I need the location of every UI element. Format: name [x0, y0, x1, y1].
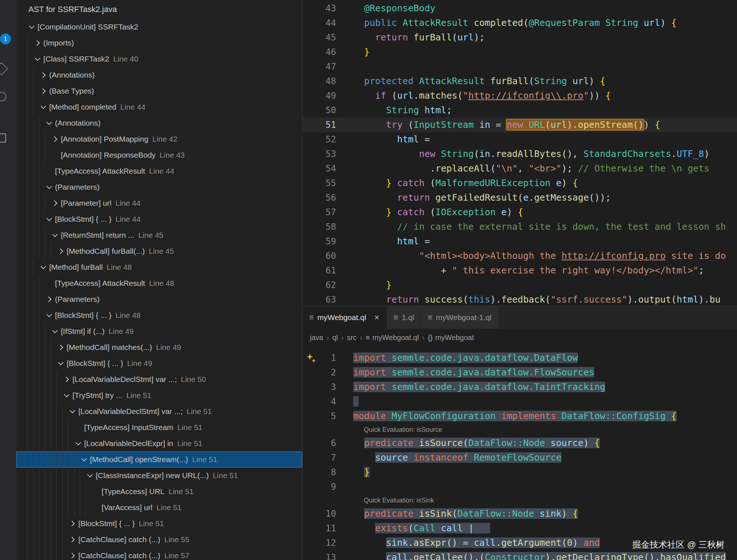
tree-item[interactable]: [BlockStmt] { ... }Line 48 [16, 307, 302, 323]
chevron-down-icon[interactable] [27, 19, 38, 35]
panel-icon[interactable] [0, 133, 6, 143]
tree-item[interactable]: [LocalVariableDeclStmt] var ...;Line 51 [16, 403, 302, 419]
code-line[interactable]: 4 [303, 394, 737, 409]
code-line[interactable]: 54 .replaceAll("\n", "<br>"); // Otherwi… [303, 161, 737, 176]
tree-item[interactable]: [ClassInstanceExpr] new URL(...)Line 51 [16, 468, 302, 484]
code-line[interactable]: 55 } catch (MalformedURLException e) { [303, 176, 737, 190]
tree-item[interactable]: (Base Types) [16, 83, 302, 99]
chevron-down-icon[interactable] [80, 451, 90, 468]
tree-item[interactable]: [Class] SSRFTask2Line 40 [16, 51, 302, 67]
tree-item[interactable]: [BlockStmt] { ... }Line 51 [16, 516, 302, 532]
tree-item[interactable]: (Parameters) [16, 291, 302, 307]
tree-item[interactable]: [CatchClause] catch (...)Line 57 [16, 548, 302, 560]
chevron-down-icon[interactable] [62, 387, 72, 403]
code-line[interactable]: 56 return getFailedResult(e.getMessage()… [303, 190, 737, 205]
chevron-right-icon[interactable] [68, 548, 78, 560]
chevron-down-icon[interactable] [56, 355, 67, 371]
tree-item[interactable]: [MethodCall] furBall(...)Line 45 [16, 243, 302, 259]
tree-item[interactable]: [CatchClause] catch (...)Line 55 [16, 532, 302, 548]
code-line[interactable]: 57 } catch (IOException e) { [303, 205, 737, 220]
breadcrumb-item-mywebgoat[interactable]: {}myWebgoat [428, 334, 474, 342]
chevron-down-icon[interactable] [45, 307, 55, 323]
tree-item[interactable]: (Parameters) [16, 179, 302, 195]
chevron-right-icon[interactable] [62, 371, 72, 387]
code-line[interactable]: 61 + " this exercise the right way!</bod… [303, 263, 737, 278]
code-line[interactable]: 8 } [303, 465, 737, 480]
codelens-quick-evaluation[interactable]: Quick Evaluation: isSink [364, 497, 434, 504]
code-line[interactable]: 51 try (InputStream in = new URL(url).op… [303, 118, 737, 132]
chevron-down-icon[interactable] [51, 227, 61, 243]
tab-mywebgoat-1-ql[interactable]: ≡myWebgoat-1.ql [421, 306, 498, 329]
chevron-right-icon[interactable] [56, 243, 67, 259]
tree-item[interactable]: [Method] furBallLine 48 [16, 259, 302, 275]
code-line[interactable]: 13 call.getCallee().(Constructor).getDec… [303, 550, 737, 560]
breadcrumb-item-ql[interactable]: ql [332, 334, 338, 342]
code-line[interactable]: 7 source instanceof RemoteFlowSource [303, 450, 737, 465]
code-line[interactable]: 48 protected AttackResult furBall(String… [303, 74, 737, 88]
code-line[interactable]: 9 [303, 480, 737, 494]
code-line[interactable]: 1import semmle.code.java.dataflow.DataFl… [303, 351, 737, 365]
tree-item[interactable]: [LocalVariableDeclStmt] var ...;Line 50 [16, 371, 302, 387]
code-line[interactable]: 45 return furBall(url); [303, 30, 737, 45]
code-line[interactable]: 52 html = [303, 132, 737, 147]
code-line[interactable]: 6 predicate isSource(DataFlow::Node sour… [303, 436, 737, 450]
tree-item[interactable]: [MethodCall] matches(...)Line 49 [16, 339, 302, 355]
code-line[interactable]: 3import semmle.code.java.dataflow.TaintT… [303, 380, 737, 394]
code-line[interactable]: 59 html = [303, 234, 737, 249]
breadcrumb-item-src[interactable]: src [347, 334, 357, 342]
tab-mywebgoat-ql[interactable]: ≡myWebgoat.ql× [303, 306, 387, 329]
code-line[interactable]: 11 exists(Call call | [303, 521, 737, 536]
tree-item[interactable]: (Annotations) [16, 67, 302, 83]
code-line[interactable]: 47 [303, 59, 737, 74]
chevron-right-icon[interactable] [39, 83, 49, 99]
tree-item[interactable]: [Parameter] urlLine 44 [16, 195, 302, 211]
tree-item[interactable]: [LocalVariableDeclExpr] inLine 51 [16, 435, 302, 451]
chevron-down-icon[interactable] [45, 179, 55, 195]
tree-item[interactable]: [ReturnStmt] return ...Line 45 [16, 227, 302, 243]
chevron-down-icon[interactable] [39, 259, 49, 275]
ql-editor[interactable]: 1import semmle.code.java.dataflow.DataFl… [303, 346, 737, 560]
tool-icon[interactable] [0, 62, 8, 76]
chevron-right-icon[interactable] [39, 67, 49, 83]
tree-item[interactable]: [VarAccess] urlLine 51 [16, 500, 302, 516]
chevron-right-icon[interactable] [68, 516, 78, 532]
code-line[interactable]: 53 new String(in.readAllBytes(), Standar… [303, 147, 737, 161]
code-line[interactable]: 60 "<html><body>Although the http://ifco… [303, 249, 737, 263]
code-line[interactable]: 2import semmle.code.java.dataflow.FlowSo… [303, 365, 737, 380]
code-line[interactable]: 62 } [303, 278, 737, 292]
tree-item[interactable]: [Method] completedLine 44 [16, 99, 302, 115]
chevron-right-icon[interactable] [68, 532, 78, 548]
close-icon[interactable]: × [374, 312, 380, 323]
tree-item[interactable]: [Annotation] PostMappingLine 42 [16, 131, 302, 147]
tree-item[interactable]: [TypeAccess] AttackResultLine 48 [16, 275, 302, 291]
code-line[interactable]: 43 @ResponseBody [303, 1, 737, 16]
code-line[interactable]: 5module MyFlowConfiguration implements D… [303, 409, 737, 423]
chevron-down-icon[interactable] [39, 99, 49, 115]
beaker-icon[interactable] [0, 92, 6, 101]
chevron-right-icon[interactable] [45, 291, 55, 307]
chevron-right-icon[interactable] [51, 195, 61, 211]
chevron-down-icon[interactable] [68, 403, 78, 419]
chevron-down-icon[interactable] [33, 51, 43, 67]
code-line[interactable]: 58 // in case the external site is down,… [303, 220, 737, 234]
chevron-down-icon[interactable] [86, 468, 96, 484]
java-editor[interactable]: 43 @ResponseBody44 public AttackResult c… [303, 0, 737, 306]
tree-item[interactable]: [IfStmt] if (...)Line 49 [16, 323, 302, 339]
tree-item[interactable]: [CompilationUnit] SSRFTask2 [16, 19, 302, 35]
tree-item[interactable]: [Annotation] ResponseBodyLine 43 [16, 147, 302, 163]
tree-item[interactable]: [BlockStmt] { ... }Line 44 [16, 211, 302, 227]
code-line[interactable]: 63 return success(this).feedback("ssrf.s… [303, 292, 737, 306]
codelens-quick-evaluation[interactable]: Quick Evaluation: isSource [364, 426, 442, 433]
tree-item[interactable]: [TypeAccess] InputStreamLine 51 [16, 419, 302, 435]
chevron-right-icon[interactable] [33, 35, 43, 51]
tree-item[interactable]: [TypeAccess] AttackResultLine 44 [16, 163, 302, 179]
code-line[interactable]: 44 public AttackResult completed(@Reques… [303, 16, 737, 30]
chevron-down-icon[interactable] [45, 211, 55, 227]
chevron-right-icon[interactable] [51, 131, 61, 147]
chevron-down-icon[interactable] [51, 323, 61, 339]
tree-item[interactable]: [TypeAccess] URLLine 51 [16, 484, 302, 500]
tree-item[interactable]: (Annotations) [16, 115, 302, 131]
code-line[interactable]: 49 if (url.matches("http://ifconfig\\.pr… [303, 88, 737, 103]
tab-1-ql[interactable]: ≡1.ql [387, 306, 421, 329]
tree-item[interactable]: [TryStmt] try ...Line 51 [16, 387, 302, 403]
